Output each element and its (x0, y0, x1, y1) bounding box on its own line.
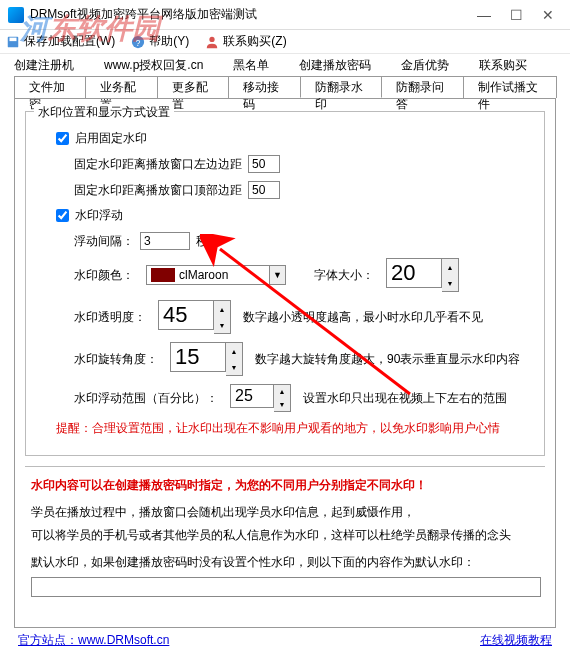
interval-input[interactable] (140, 232, 190, 250)
maximize-button[interactable]: ☐ (502, 5, 530, 25)
red-notice: 水印内容可以在创建播放密码时指定，为您的不同用户分别指定不同水印！ (31, 477, 539, 494)
tab-more-config[interactable]: 更多配置 (157, 76, 229, 98)
tab-qa[interactable]: 防翻录问答 (381, 76, 464, 98)
svg-point-4 (210, 36, 215, 41)
contact-icon (205, 35, 219, 49)
opacity-label: 水印透明度： (74, 309, 146, 326)
fixed-top-input[interactable] (248, 181, 280, 199)
menu-buy[interactable]: 联系购买(Z) (205, 33, 286, 50)
range-label: 水印浮动范围（百分比）： (74, 390, 218, 407)
window-title: DRMsoft视频加密跨平台网络版加密端测试 (30, 6, 470, 23)
save-icon (6, 35, 20, 49)
color-select[interactable]: clMaroon ▼ (146, 265, 286, 285)
menu-help[interactable]: ? 帮助(Y) (131, 33, 189, 50)
color-swatch (151, 268, 175, 282)
tab-trial[interactable]: 制作试播文件 (463, 76, 557, 98)
opacity-hint: 数字越小透明度越高，最小时水印几乎看不见 (243, 309, 483, 326)
tab-watermark[interactable]: 防翻录水印 (300, 76, 383, 98)
official-site-link[interactable]: www.DRMsoft.cn (78, 633, 169, 647)
range-spinner[interactable]: ▲▼ (230, 384, 291, 412)
toolbar-register[interactable]: 创建注册机 (14, 57, 74, 74)
opacity-spinner[interactable]: ▲▼ (158, 300, 231, 334)
float-watermark-label: 水印浮动 (75, 207, 123, 224)
app-icon (8, 7, 24, 23)
toolbar-createpw[interactable]: 创建播放密码 (299, 57, 371, 74)
fixed-watermark-label: 启用固定水印 (75, 130, 147, 147)
minimize-button[interactable]: — (470, 5, 498, 25)
fixed-left-label: 固定水印距离播放窗口左边边距 (74, 156, 242, 173)
group-title: 水印位置和显示方式设置 (34, 104, 174, 121)
video-tutorial-link[interactable]: 在线视频教程 (480, 632, 552, 649)
fixed-left-input[interactable] (248, 155, 280, 173)
divider (25, 466, 545, 467)
tab-mobile[interactable]: 移动接码 (228, 76, 300, 98)
fixed-top-label: 固定水印距离播放窗口顶部边距 (74, 182, 242, 199)
default-wm-label: 默认水印，如果创建播放密码时没有设置个性水印，则以下面的内容作为默认水印： (31, 554, 539, 571)
chevron-down-icon: ▼ (269, 266, 285, 284)
desc-line2: 可以将学员的手机号或者其他学员的私人信息作为水印，这样可以杜绝学员翻录传播的念头 (31, 527, 539, 544)
spin-down-icon[interactable]: ▼ (442, 275, 458, 291)
toolbar-blacklist[interactable]: 黑名单 (233, 57, 269, 74)
range-warning: 提醒：合理设置范围，让水印出现在不影响用户观看的地方，以免水印影响用户心情 (56, 420, 532, 437)
interval-label: 浮动间隔： (74, 233, 134, 250)
fixed-watermark-checkbox[interactable] (56, 132, 69, 145)
rotate-label: 水印旋转角度： (74, 351, 158, 368)
fontsize-label: 字体大小： (314, 267, 374, 284)
rotate-hint: 数字越大旋转角度越大，90表示垂直显示水印内容 (255, 351, 520, 368)
tab-biz-config[interactable]: 业务配置 (85, 76, 157, 98)
toolbar-auth[interactable]: www.p授权回复.cn (104, 57, 203, 74)
spin-up-icon[interactable]: ▲ (442, 259, 458, 275)
toolbar-contact[interactable]: 联系购买 (479, 57, 527, 74)
range-hint: 设置水印只出现在视频上下左右的范围 (303, 390, 507, 407)
tab-file-encrypt[interactable]: 文件加密 (14, 76, 86, 98)
footer-left: 官方站点：www.DRMsoft.cn (18, 632, 169, 649)
interval-unit: 秒 (196, 233, 208, 250)
close-button[interactable]: ✕ (534, 5, 562, 25)
rotate-spinner[interactable]: ▲▼ (170, 342, 243, 376)
toolbar-advantage[interactable]: 金盾优势 (401, 57, 449, 74)
help-icon: ? (131, 35, 145, 49)
float-watermark-checkbox[interactable] (56, 209, 69, 222)
svg-text:?: ? (136, 37, 141, 47)
default-wm-input[interactable] (31, 577, 541, 597)
fontsize-spinner[interactable]: ▲▼ (386, 258, 459, 292)
color-label: 水印颜色： (74, 267, 134, 284)
menu-save-config[interactable]: 保存加载配置(W) (6, 33, 115, 50)
svg-rect-1 (10, 37, 17, 41)
desc-line1: 学员在播放过程中，播放窗口会随机出现学员水印信息，起到威慑作用， (31, 504, 539, 521)
